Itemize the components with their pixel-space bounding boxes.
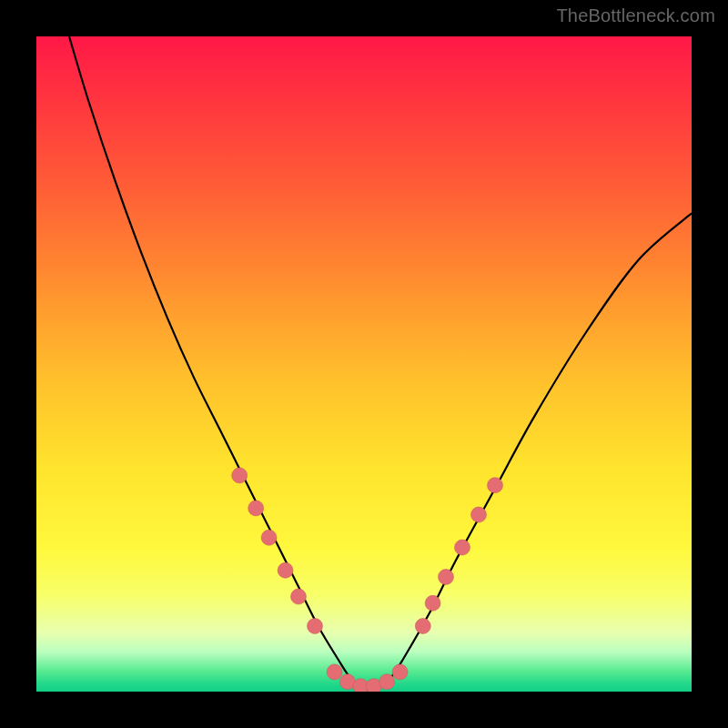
marker-right-4 — [455, 540, 470, 555]
plot-area — [36, 36, 692, 692]
bottleneck-curve — [69, 36, 692, 690]
marker-right-1 — [415, 619, 430, 634]
watermark-text: TheBottleneck.com — [556, 5, 715, 26]
marker-right-3 — [439, 570, 454, 585]
marker-right-5 — [471, 507, 487, 522]
marker-left-2 — [248, 500, 264, 516]
marker-left-3 — [261, 530, 277, 545]
marker-floor-6 — [392, 664, 408, 680]
marker-floor-1 — [327, 664, 342, 680]
marker-right-6 — [488, 478, 503, 493]
marker-left-4 — [278, 562, 293, 578]
marker-left-5 — [291, 589, 307, 604]
marker-right-2 — [425, 595, 440, 611]
marker-floor-5 — [379, 674, 395, 690]
marker-left-1 — [232, 468, 248, 483]
stage: TheBottleneck.com — [0, 0, 728, 728]
marker-left-6 — [308, 619, 323, 634]
marker-group — [232, 468, 503, 692]
chart-svg — [36, 36, 692, 692]
